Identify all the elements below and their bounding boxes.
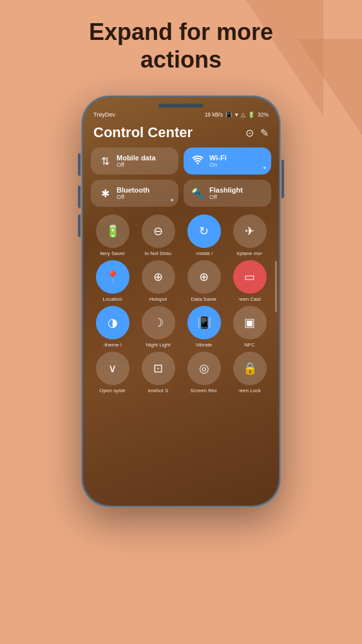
screen-cast-btn[interactable]: ▭ — [233, 260, 267, 294]
screen-lock-btn[interactable]: 🔒 — [233, 352, 267, 385]
night-light-item: ☽ Night Light — [137, 306, 180, 348]
page-headline: Expand for more actions — [0, 18, 362, 73]
night-light-label: Night Light — [146, 342, 170, 348]
airplane-item: ✈ irplane mo‹ — [228, 214, 271, 256]
tiles-row-1: ⇅ Mobile data Off — [83, 147, 279, 175]
network-speed: 19 kB/s — [205, 111, 223, 118]
theme-item: ◑ :theme l — [91, 306, 134, 348]
bluetooth-tile[interactable]: ✱ Bluetooth Off ◂ — [91, 180, 178, 207]
dnd-btn[interactable]: ⊖ — [142, 214, 175, 248]
dnd-item: ⊖ lo Not Distu — [137, 214, 180, 256]
rotate-item: ↻ -rotate / — [182, 214, 225, 256]
open-syste-btn[interactable]: ∨ — [96, 352, 129, 385]
location-item: 📍 Location — [91, 260, 134, 302]
flashlight-status: Off — [209, 194, 243, 200]
bluetooth-arrow: ◂ — [170, 196, 173, 203]
data-saver-btn[interactable]: ⊕ — [187, 260, 221, 294]
screenshot-btn[interactable]: ⊡ — [142, 352, 175, 385]
circles-row-1: 🔋 ttery Saver ⊖ lo Not Distu ↻ -rotate /… — [83, 212, 279, 258]
airplane-label: irplane mo‹ — [236, 251, 262, 256]
wifi-tile-icon — [191, 155, 204, 167]
theme-label: :theme l — [103, 342, 121, 348]
mobile-data-status: Off — [117, 162, 156, 168]
wifi-text: Wi-Fi On — [209, 154, 227, 168]
screen-rec-label: Screen Rec — [191, 388, 218, 393]
nfc-label: NFC — [244, 342, 254, 348]
dnd-label: lo Not Distu — [145, 251, 171, 256]
mobile-data-name: Mobile data — [117, 154, 156, 162]
screenshot-item: ⊡ enshot S — [137, 352, 180, 393]
mobile-data-text: Mobile data Off — [117, 154, 156, 168]
phone-speaker — [158, 104, 204, 108]
carrier-label: TreyDev — [93, 111, 115, 118]
bluetooth-text: Bluetooth Off — [117, 186, 149, 200]
screen-rec-item: ◎ Screen Rec — [182, 352, 225, 393]
status-right: 19 kB/s 📳 ▾ △ 🔋 32% — [205, 111, 269, 118]
status-bar: TreyDev 19 kB/s 📳 ▾ △ 🔋 32% — [83, 97, 279, 122]
battery-saver-item: 🔋 ttery Saver — [91, 214, 134, 256]
hotspot-item: ⊕ Hotspot — [137, 260, 180, 302]
open-syste-label: Open syste — [99, 388, 125, 393]
wifi-status: On — [209, 162, 227, 168]
location-label: Location — [102, 296, 122, 302]
screen-cast-item: ▭ ›een Cast — [228, 260, 271, 302]
nfc-item: ▣ NFC — [228, 306, 271, 348]
settings-icon[interactable]: ⊙ — [245, 127, 254, 139]
flashlight-tile[interactable]: 🔦 Flashlight Off — [184, 180, 271, 207]
theme-btn[interactable]: ◑ — [96, 306, 129, 339]
wifi-tile[interactable]: Wi-Fi On ◂ — [184, 147, 271, 175]
scroll-indicator — [275, 261, 277, 312]
vibrate-item: 📳 Vibrate — [182, 306, 225, 348]
mobile-data-icon: ⇅ — [99, 155, 111, 167]
headline-line1: Expand for more — [0, 18, 362, 46]
hotspot-btn[interactable]: ⊕ — [142, 260, 175, 294]
data-saver-item: ⊕ Data Saver — [182, 260, 225, 302]
wifi-icon: ▾ — [235, 111, 238, 118]
vibrate-btn[interactable]: 📳 — [187, 306, 221, 339]
vibrate-label: Vibrate — [196, 342, 212, 348]
header-icons: ⊙ ✎ — [245, 127, 269, 139]
control-center-header: Control Center ⊙ ✎ — [83, 122, 279, 147]
battery-saver-label: ttery Saver — [100, 251, 125, 256]
data-saver-label: Data Saver — [191, 296, 216, 302]
screen-rec-btn[interactable]: ◎ — [187, 352, 221, 385]
mobile-data-tile[interactable]: ⇅ Mobile data Off — [91, 147, 178, 175]
phone-mockup: TreyDev 19 kB/s 📳 ▾ △ 🔋 32% Control Cent… — [81, 95, 281, 507]
signal-icon: △ — [241, 111, 245, 118]
circles-row-4: ∨ Open syste ⊡ enshot S ◎ Screen Rec 🔒 ›… — [83, 349, 279, 395]
rotate-label: -rotate / — [195, 251, 213, 256]
headline-line2: actions — [0, 46, 362, 73]
edit-icon[interactable]: ✎ — [260, 127, 269, 139]
screen-cast-label: ›een Cast — [238, 296, 261, 302]
wifi-name: Wi-Fi — [209, 154, 227, 162]
airplane-btn[interactable]: ✈ — [233, 214, 267, 248]
battery-saver-btn[interactable]: 🔋 — [96, 214, 129, 248]
hotspot-label: Hotspot — [149, 296, 167, 302]
flashlight-icon: 🔦 — [191, 187, 204, 200]
wifi-arrow: ◂ — [263, 164, 266, 171]
vibrate-icon: 📳 — [225, 111, 233, 118]
circles-row-3: ◑ :theme l ☽ Night Light 📳 Vibrate ▣ NFC — [83, 303, 279, 349]
circles-row-2: 📍 Location ⊕ Hotspot ⊕ Data Saver ▭ ›een… — [83, 258, 279, 303]
bluetooth-name: Bluetooth — [117, 186, 149, 194]
tiles-row-2: ✱ Bluetooth Off ◂ 🔦 Flashlight Off — [83, 180, 279, 207]
nfc-btn[interactable]: ▣ — [233, 306, 267, 339]
screenshot-label: enshot S — [148, 388, 169, 393]
phone-frame: TreyDev 19 kB/s 📳 ▾ △ 🔋 32% Control Cent… — [81, 95, 281, 507]
night-light-btn[interactable]: ☽ — [142, 306, 175, 339]
control-center-title: Control Center — [93, 124, 193, 141]
flashlight-name: Flashlight — [209, 186, 243, 194]
flashlight-text: Flashlight Off — [209, 186, 243, 200]
open-syste-item: ∨ Open syste — [91, 352, 134, 393]
battery-icon: 🔋 — [248, 111, 255, 118]
screen-lock-label: ›een Lock — [238, 388, 261, 393]
battery-label: 32% — [258, 111, 269, 118]
bluetooth-icon: ✱ — [99, 187, 111, 200]
phone-screen: TreyDev 19 kB/s 📳 ▾ △ 🔋 32% Control Cent… — [83, 97, 279, 506]
screen-lock-item: 🔒 ›een Lock — [228, 352, 271, 393]
rotate-btn[interactable]: ↻ — [187, 214, 221, 248]
location-btn[interactable]: 📍 — [96, 260, 129, 294]
bluetooth-status: Off — [117, 194, 149, 200]
